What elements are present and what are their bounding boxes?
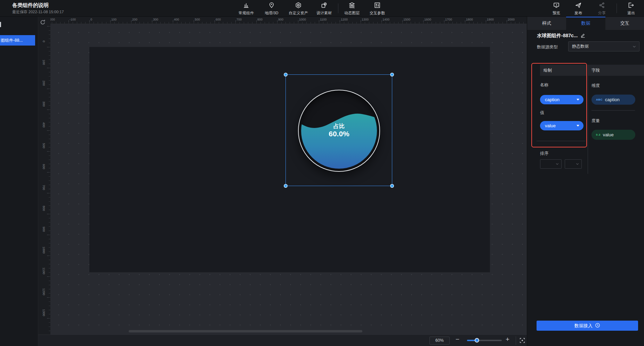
toolbar-item-interaction-params[interactable]: 交互参数: [362, 0, 392, 17]
ruler-h-label: 1800: [466, 18, 473, 21]
map-pin-icon: [268, 0, 275, 10]
zoom-out-button[interactable]: −: [456, 336, 459, 343]
value-mapping-label: 值: [540, 110, 544, 116]
exit-icon: [628, 0, 635, 10]
preview-icon: [553, 0, 560, 10]
action-label: 分享: [598, 10, 606, 16]
ruler-h-label: 900: [278, 18, 283, 21]
tab-data[interactable]: 数据: [566, 17, 605, 30]
toolbar-item-design-assets[interactable]: 设计素材: [309, 0, 339, 17]
liquid-fill-gauge[interactable]: 占比 60.0%: [298, 90, 380, 172]
ruler-v-label: 400: [42, 121, 46, 128]
reset-view-button[interactable]: [39, 19, 46, 26]
name-mapping-select[interactable]: caption: [540, 95, 583, 104]
component-title-row: 水球图组件-887c...: [537, 33, 586, 39]
toolbar-item-label: 常规组件: [239, 10, 254, 16]
zoom-in-button[interactable]: +: [506, 336, 509, 343]
resize-handle-bottom-right[interactable]: [390, 184, 394, 188]
datasource-type-label: 数据源类型: [537, 44, 558, 50]
tab-style[interactable]: 样式: [527, 17, 566, 30]
gauge-value: 60.0%: [298, 130, 380, 138]
ruler-v-label: 700: [42, 184, 46, 191]
share-icon: [598, 0, 605, 10]
ruler-v-label: 200: [42, 80, 46, 87]
resize-handle-top-right[interactable]: [390, 73, 394, 77]
string-type-badge: ABC: [596, 98, 603, 101]
zoom-slider[interactable]: [467, 340, 502, 341]
edit-name-button[interactable]: [580, 33, 586, 39]
action-label: 退出: [627, 10, 635, 16]
mapping-tab-draw[interactable]: 绘制: [540, 65, 586, 76]
data-access-label: 数据接入: [574, 323, 593, 329]
ruler-v-label: 1000: [42, 247, 46, 254]
bottom-bar: 60% − +: [38, 335, 527, 346]
clock-icon: [595, 323, 600, 329]
ruler-h-label: 600: [216, 18, 221, 21]
ruler-v-label: 500: [42, 142, 46, 149]
ruler-h-label: 0: [90, 18, 92, 21]
design-assets-icon: [321, 0, 328, 10]
inspector-tabs: 样式 数据 交互: [527, 17, 644, 30]
resize-handle-top-left[interactable]: [284, 73, 288, 77]
ruler-h-label: 1900: [487, 18, 494, 21]
section-divider: [537, 141, 585, 141]
hexagon-asset-icon: [295, 0, 302, 10]
sliders-icon: [374, 0, 381, 10]
datasource-type-select[interactable]: 静态数据: [568, 41, 639, 51]
sort-field-select[interactable]: [540, 159, 562, 169]
mapping-tab-field[interactable]: 字段: [588, 65, 644, 76]
ruler-h-label: 1600: [424, 18, 431, 21]
measure-field-pill[interactable]: 0.3 value: [591, 130, 635, 140]
gauge-caption: 占比: [298, 123, 380, 129]
ruler-h-label: 1700: [445, 18, 452, 21]
ruler-h-label: 200: [132, 18, 137, 21]
tab-interaction[interactable]: 交互: [605, 17, 644, 30]
workspace[interactable]: 占比 60.0%: [50, 24, 527, 335]
ruler-h-label: 1100: [320, 18, 327, 21]
chevron-down-icon: [555, 162, 559, 166]
last-saved-text: 最近保存 2022-11-08 15:00:17: [12, 9, 64, 15]
toolbar-item-label: 地理/3D: [265, 10, 278, 16]
top-bar: 各类组件的说明 最近保存 2022-11-08 15:00:17 常规组件 地理…: [0, 0, 644, 17]
widget-selection-box[interactable]: 占比 60.0%: [285, 74, 392, 186]
toolbar-item-label: 自定义资产: [289, 10, 308, 16]
ruler-h-label: 1500: [403, 18, 410, 21]
focus-frame-icon: [519, 337, 525, 344]
measure-field-name: value: [603, 132, 614, 137]
ruler-h-label: 1300: [362, 18, 369, 21]
ruler-h-label: 700: [236, 18, 242, 21]
horizontal-ruler: -200-10001002003004005006007008009001000…: [38, 17, 527, 24]
datasource-type-value: 静态数据: [572, 44, 589, 49]
action-exit[interactable]: 退出: [616, 0, 644, 17]
zoom-slider-handle[interactable]: [475, 338, 479, 343]
truncated-layer-text: [0, 22, 1, 27]
name-mapping-value: caption: [545, 97, 560, 102]
ruler-h-label: 300: [153, 18, 158, 21]
layer-item-selected[interactable]: 图组件-88...: [0, 35, 35, 46]
value-mapping-select[interactable]: value: [540, 121, 583, 130]
layers-icon: [348, 0, 355, 10]
ruler-v-label: 800: [42, 205, 46, 212]
toolbar-item-label: 动态图层: [344, 10, 360, 16]
data-access-button[interactable]: 数据接入: [537, 321, 638, 331]
publish-icon: [575, 0, 582, 10]
fit-to-screen-button[interactable]: [519, 337, 525, 344]
action-share[interactable]: 分享: [587, 0, 617, 17]
sort-order-select[interactable]: [565, 159, 582, 169]
ruler-v-label: 900: [42, 226, 46, 233]
ruler-v-label: 1200: [42, 288, 46, 295]
component-name: 水球图组件-887c...: [537, 33, 578, 39]
action-label: 发布: [574, 10, 582, 16]
dimension-label: 维度: [591, 83, 600, 89]
toolbar-item-geo-3d[interactable]: 地理/3D: [257, 0, 287, 17]
ruler-h-label: 2000: [508, 18, 515, 21]
zoom-level-input[interactable]: 60%: [429, 337, 450, 345]
ruler-h-label: 800: [257, 18, 263, 21]
horizontal-scrollbar[interactable]: [129, 330, 362, 332]
layer-panel: 图组件-88...: [0, 17, 38, 346]
resize-handle-bottom-left[interactable]: [284, 184, 288, 188]
bar-chart-icon: [243, 0, 250, 10]
inspector-panel: 样式 数据 交互 水球图组件-887c... 数据源类型 静态数据 绘制 字段 …: [527, 17, 644, 346]
dimension-field-pill[interactable]: ABC caption: [591, 95, 635, 105]
chevron-down-icon: [632, 45, 636, 49]
